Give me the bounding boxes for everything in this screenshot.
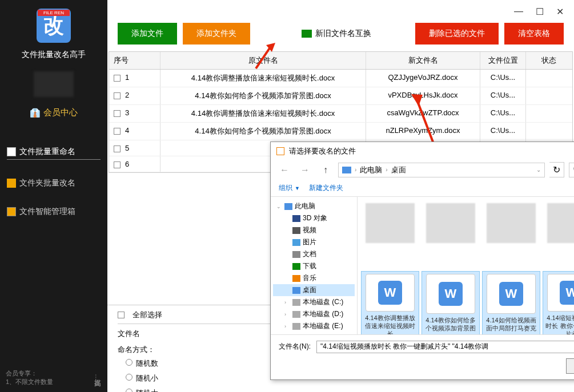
row-checkbox[interactable] (114, 110, 121, 117)
swap-icon (302, 30, 312, 38)
nav-file-manager[interactable]: 文件智能管理箱 (7, 207, 101, 217)
folder-icon (7, 179, 16, 188)
file-item[interactable]: W4.14教你调整播放倍速来缩短视频时长 (361, 271, 419, 334)
dialog-title-text: 请选择要改名的文件 (289, 146, 356, 156)
nav-up-button[interactable]: ↑ (318, 163, 334, 177)
manage-icon (7, 207, 16, 216)
add-file-button[interactable]: 添加文件 (118, 23, 177, 45)
file-label: 4.14教你调整播放倍速来缩短视频时长 (364, 314, 416, 334)
ti-3d-icon (292, 215, 300, 222)
nav-back-button[interactable]: ← (276, 163, 292, 177)
ti-disk-icon (292, 323, 300, 330)
file-item[interactable] (422, 200, 480, 269)
tree-item[interactable]: 图片 (273, 236, 355, 248)
app-name: 文件批量改名高手 (22, 50, 86, 60)
ti-desk-icon (292, 287, 300, 294)
delete-selected-button[interactable]: 删除已选的文件 (415, 23, 499, 45)
table-row[interactable]: 4 4.14教你如何给多个视频添加背景图.docxnZLRPeXymZym.do… (109, 123, 572, 140)
tree-item[interactable]: ›本地磁盘 (E:) (273, 320, 355, 332)
member-center-link[interactable]: 👔会员中心 (30, 107, 78, 118)
ti-disk-icon (292, 299, 300, 306)
image-thumb (547, 203, 574, 243)
doc-icon: W (426, 274, 475, 314)
tree-item[interactable]: 桌面 (273, 284, 355, 296)
file-icon (7, 147, 16, 156)
row-checkbox[interactable] (114, 75, 121, 82)
dialog-icon (276, 147, 284, 155)
ti-doc-icon (292, 251, 300, 258)
file-label: 4.14教你如何给多个视频添加背景图 (424, 316, 477, 333)
col-orig[interactable]: 原文件名 (160, 52, 366, 69)
file-item[interactable]: W4.14如何给视频画面中局部打马赛克 (482, 271, 540, 334)
tree-item[interactable]: 视频 (273, 224, 355, 236)
add-folder-button[interactable]: 添加文件夹 (183, 23, 250, 45)
doc-icon: W (487, 274, 536, 314)
table-row[interactable]: 3 4.14教你调整播放倍速来缩短视频时长.docxcsaWgVkZwZTP.d… (109, 105, 572, 123)
filename-input[interactable] (316, 341, 574, 353)
radio-random-upper[interactable]: 随机大 (126, 388, 564, 392)
app-logo: 改 (37, 9, 71, 43)
table-row[interactable]: 2 4.14教你如何给多个视频添加背景图.docxvPXDBcyLHsJk.do… (109, 87, 572, 105)
image-thumb (426, 203, 475, 243)
swap-names-button[interactable]: 新旧文件名互换 (302, 29, 371, 39)
ti-disk-icon (292, 311, 300, 318)
file-item[interactable] (482, 200, 540, 269)
address-bar[interactable]: › 此电脑 › 桌面 ⌄ (338, 163, 545, 177)
doc-icon: W (366, 274, 415, 312)
table-row[interactable]: 1 4.14教你调整播放倍速来缩短视频时长.docxQZJJygeVoJRZ.d… (109, 70, 572, 87)
search-input[interactable]: 🔍在 桌面 中搜索 (569, 163, 574, 177)
tree-item[interactable]: ›本地磁盘 (C:) (273, 296, 355, 308)
tree-item[interactable]: ›本地磁盘 (D:) (273, 308, 355, 320)
filename-label: 文件名(N): (279, 342, 311, 351)
ti-pc-icon (284, 203, 292, 210)
refresh-button[interactable]: ↻ (549, 162, 564, 177)
col-seq[interactable]: 序号 (109, 52, 160, 69)
ti-mus-icon (292, 275, 300, 282)
member-tip: 会员专享：1、不限文件数量 (0, 363, 59, 392)
main-area: — ☐ ✕ 添加文件 添加文件夹 新旧文件名互换 删除已选的文件 清空表格 序号… (107, 0, 574, 392)
maximize-button[interactable]: ☐ (536, 6, 544, 17)
row-checkbox[interactable] (114, 92, 121, 99)
tree-item[interactable]: 音乐 (273, 272, 355, 284)
file-item[interactable]: W4.14教你如何给多个视频添加背景图 (422, 271, 480, 334)
clear-table-button[interactable]: 清空表格 (504, 23, 564, 45)
dialog-titlebar: 请选择要改名的文件 ✕ (271, 142, 574, 160)
file-label: 4.14缩短视频播放时长 教你一键删减片头 (545, 314, 574, 334)
file-item[interactable]: W4.14缩短视频播放时长 教你一键删减片头 (543, 271, 574, 334)
image-thumb (366, 203, 415, 243)
chevron-down-icon[interactable]: ⌄ (536, 167, 541, 173)
minimize-button[interactable]: — (514, 6, 523, 17)
tree-item[interactable]: 文档 (273, 248, 355, 260)
organize-menu[interactable]: 组织 ▼ (279, 183, 300, 193)
row-checkbox[interactable] (114, 161, 121, 168)
nav-rename-folders[interactable]: 文件夹批量改名 (7, 178, 101, 188)
ti-pic-icon (292, 239, 300, 246)
tree-item[interactable]: 下载 (273, 260, 355, 272)
nav-rename-files[interactable]: 文件批量重命名 (7, 147, 101, 160)
file-label: 4.14如何给视频画面中局部打马赛克 (485, 316, 537, 333)
col-new[interactable]: 新文件名 (366, 52, 480, 69)
titlebar: — ☐ ✕ (107, 0, 574, 23)
profile-placeholder (34, 71, 74, 97)
close-button[interactable]: ✕ (556, 6, 564, 17)
file-open-dialog: 请选择要改名的文件 ✕ ← → ↑ › 此电脑 › 桌面 ⌄ ↻ 🔍在 桌面 中… (270, 142, 574, 380)
sidebar-overflow: 提高… (93, 374, 102, 381)
col-loc[interactable]: 文件位置 (480, 52, 526, 69)
col-stat[interactable]: 状态 (526, 52, 572, 69)
file-item[interactable] (543, 200, 574, 269)
tree-item[interactable]: ⌄此电脑 (273, 200, 355, 212)
open-button[interactable]: 打开(O)▼ (566, 358, 574, 374)
tree-item[interactable]: 3D 对象 (273, 212, 355, 224)
ti-dl-icon (292, 263, 300, 270)
sidebar: 改 文件批量改名高手 👔会员中心 文件批量重命名 文件夹批量改名 文件智能管理箱… (0, 0, 107, 392)
member-icon: 👔 (30, 108, 40, 118)
toolbar: 添加文件 添加文件夹 新旧文件名互换 删除已选的文件 清空表格 (107, 23, 574, 51)
folder-tree: ⌄此电脑3D 对象视频图片文档下载音乐桌面›本地磁盘 (C:)›本地磁盘 (D:… (271, 197, 358, 334)
file-list: W4.14教你调整播放倍速来缩短视频时长W4.14教你如何给多个视频添加背景图W… (358, 197, 574, 334)
file-item[interactable] (361, 200, 419, 269)
nav-forward-button[interactable]: → (297, 163, 313, 177)
row-checkbox[interactable] (114, 146, 121, 152)
doc-icon: W (547, 274, 574, 312)
row-checkbox[interactable] (114, 128, 121, 135)
new-folder-button[interactable]: 新建文件夹 (309, 183, 343, 193)
